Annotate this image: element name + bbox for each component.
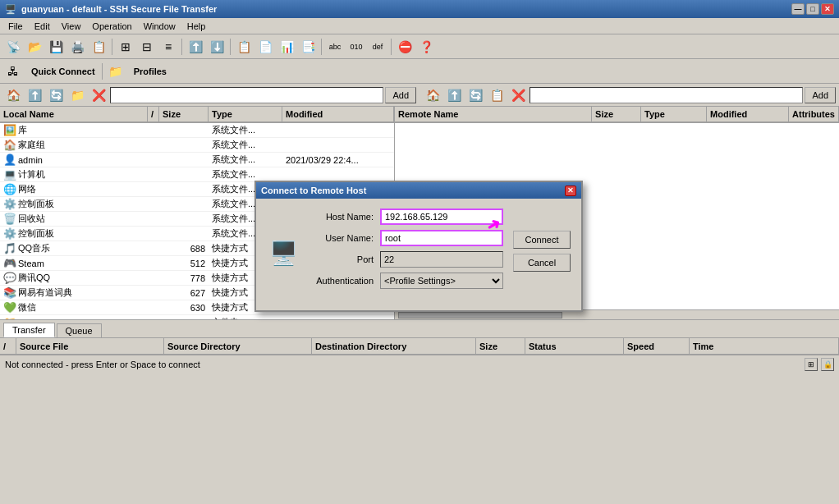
tb-icons-small[interactable]: ⊞ — [116, 38, 135, 56]
addr-home-left[interactable]: 🏠 — [3, 86, 23, 104]
user-name-input[interactable] — [380, 230, 503, 246]
user-name-row: User Name: — [298, 230, 503, 246]
addr-copy-right[interactable]: 📋 — [487, 86, 507, 104]
tb-new-connection[interactable]: 📡 — [3, 38, 23, 56]
file-size: 512 — [159, 259, 209, 268]
tb-up[interactable]: ⬆️ — [186, 38, 205, 56]
tab-queue[interactable]: Queue — [57, 323, 102, 337]
col-remote-attr[interactable]: Attributes — [789, 107, 839, 121]
cancel-button[interactable]: Cancel — [513, 254, 571, 272]
tb-stop[interactable]: ⛔ — [395, 38, 415, 56]
tb-icons-large[interactable]: ⊟ — [137, 38, 157, 56]
col-local-name[interactable]: Local Name — [0, 107, 148, 121]
list-item[interactable]: 🖼️ 库 系统文件... — [0, 123, 394, 138]
tb-icons-list[interactable]: ≡ — [158, 38, 178, 56]
col-type[interactable]: Type — [209, 107, 282, 121]
tb-icon1[interactable]: 📋 — [234, 38, 254, 56]
tb-icon2[interactable]: 📄 — [255, 38, 275, 56]
tb-icon4[interactable]: 📑 — [298, 38, 318, 56]
quick-connect-label[interactable]: Quick Connect — [28, 65, 99, 78]
tb-save[interactable]: 💾 — [46, 38, 66, 56]
tb-101[interactable]: 010 — [346, 38, 366, 56]
profiles-label[interactable]: Profiles — [131, 65, 170, 78]
app-icon: 🖥️ — [5, 4, 16, 15]
toolbar-separator-2 — [181, 39, 182, 55]
toolbar-separator-4 — [321, 39, 322, 55]
menu-bar: File Edit View Operation Window Help — [0, 18, 839, 34]
file-size: 778 — [159, 273, 209, 283]
list-item[interactable]: 🏠 家庭组 系统文件... — [0, 138, 394, 153]
col-remote-modified[interactable]: Modified — [707, 107, 789, 121]
left-add-button[interactable]: Add — [385, 87, 416, 103]
tb-def[interactable]: def — [368, 38, 387, 56]
port-input[interactable] — [380, 251, 503, 268]
dialog-body: 🖥️ Host Name: User Name: Port Authentica… — [256, 199, 581, 310]
col-remote-name[interactable]: Remote Name — [395, 107, 592, 121]
tb-print[interactable]: 🖨️ — [67, 38, 87, 56]
menu-operation[interactable]: Operation — [87, 20, 136, 33]
tb-quick-icon[interactable]: 🖧 — [3, 62, 23, 80]
file-icon: 💻 — [3, 168, 16, 181]
addr-home-right[interactable]: 🏠 — [423, 86, 442, 104]
quick-toolbar: 🖧 Quick Connect 📁 Profiles — [0, 59, 839, 84]
col-size[interactable]: Size — [159, 107, 209, 121]
addr-refresh-left[interactable]: 🔄 — [46, 86, 66, 104]
close-button[interactable]: ✕ — [821, 3, 834, 15]
addr-up-right[interactable]: ⬆️ — [444, 86, 464, 104]
menu-help[interactable]: Help — [182, 20, 211, 33]
right-add-button[interactable]: Add — [805, 87, 836, 103]
dialog-main-row: 🖥️ Host Name: User Name: Port Authentica… — [269, 208, 568, 294]
addr-delete-right[interactable]: ❌ — [508, 86, 528, 104]
tb-down[interactable]: ⬇️ — [207, 38, 227, 56]
menu-edit[interactable]: Edit — [30, 20, 55, 33]
tb-folder-icon[interactable]: 📁 — [106, 62, 126, 80]
menu-view[interactable]: View — [57, 20, 86, 33]
window-controls: — □ ✕ — [791, 3, 834, 15]
file-name: 网易有道词典 — [18, 286, 72, 299]
addr-new-folder-left[interactable]: 📁 — [67, 86, 87, 104]
file-name: admin — [18, 155, 43, 165]
right-path-input[interactable] — [530, 87, 803, 103]
file-icon: 📚 — [3, 286, 16, 299]
connect-button[interactable]: Connect — [513, 231, 571, 249]
left-path-input[interactable] — [110, 87, 383, 103]
status-btn-2[interactable]: 🔒 — [821, 358, 834, 371]
file-name: 库 — [18, 124, 27, 136]
file-size: 630 — [159, 303, 209, 313]
col-remote-type[interactable]: Type — [641, 107, 707, 121]
tb-question[interactable]: ❓ — [416, 38, 436, 56]
tab-transfer[interactable]: Transfer — [3, 323, 55, 337]
tb-abc[interactable]: abc — [325, 38, 345, 56]
addr-refresh-right[interactable]: 🔄 — [465, 86, 485, 104]
menu-file[interactable]: File — [3, 20, 28, 33]
file-modified: 2021/02/08 19:5... — [282, 318, 394, 320]
transfer-col-status: Status — [525, 338, 624, 354]
file-icon: 🗑️ — [3, 213, 16, 225]
status-btn-1[interactable]: ⊞ — [805, 358, 818, 371]
list-item[interactable]: 📁 C20 L152-RTT 文件夹 2021/02/08 19:5... — [0, 315, 394, 319]
title-bar: 🖥️ guanyuan - default - SSH Secure File … — [0, 0, 839, 18]
list-item[interactable]: 👤 admin 系统文件... 2021/03/29 22:4... — [0, 153, 394, 167]
file-name: 网络 — [18, 183, 36, 195]
addr-delete-left[interactable]: ❌ — [89, 86, 108, 104]
dialog-close-button[interactable]: ✕ — [565, 186, 576, 196]
address-bar: 🏠 ⬆️ 🔄 📁 ❌ Add 🏠 ⬆️ 🔄 📋 ❌ Add — [0, 84, 839, 107]
tb-copy[interactable]: 📋 — [89, 38, 108, 56]
menu-window[interactable]: Window — [139, 20, 181, 33]
auth-select[interactable]: <Profile Settings> — [380, 273, 503, 289]
tb-open[interactable]: 📂 — [25, 38, 44, 56]
maximize-button[interactable]: □ — [806, 3, 819, 15]
file-modified: 2021/03/29 22:4... — [282, 155, 394, 165]
tb-icon3[interactable]: 📊 — [277, 38, 296, 56]
col-modified[interactable]: Modified — [282, 107, 394, 121]
host-label: Host Name: — [298, 212, 380, 222]
toolbar-separator-6 — [102, 63, 103, 80]
col-slash[interactable]: / — [148, 107, 159, 121]
minimize-button[interactable]: — — [791, 3, 805, 15]
toolbar-separator-5 — [391, 39, 392, 55]
transfer-col-slash: / — [0, 338, 16, 354]
addr-up-left[interactable]: ⬆️ — [25, 86, 44, 104]
col-remote-size[interactable]: Size — [592, 107, 641, 121]
file-type: 文件夹 — [209, 316, 282, 319]
file-name: 微信 — [18, 301, 36, 314]
